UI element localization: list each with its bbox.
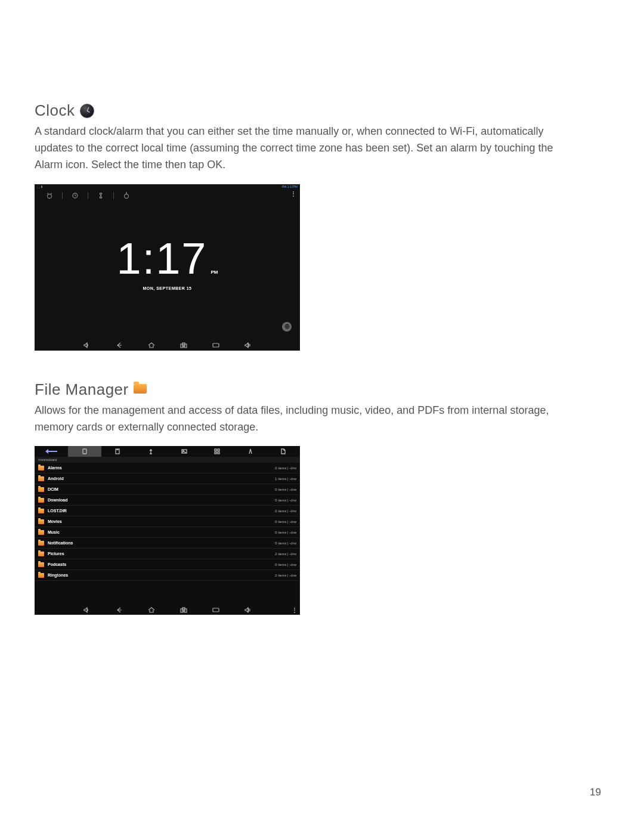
- fm-folder-row[interactable]: Movies0 items | -drw: [35, 516, 300, 527]
- clock-tab-icon[interactable]: [71, 191, 79, 200]
- fm-folder-meta: 0 items | -drw: [275, 498, 296, 502]
- fm-folder-meta: 0 items | -drw: [275, 563, 296, 566]
- fm-folder-name: Android: [48, 476, 64, 481]
- fm-folder-meta: 0 items | -drw: [275, 520, 296, 524]
- fm-tab-sdcard-icon[interactable]: [68, 446, 101, 457]
- fm-tab-internal-icon[interactable]: [101, 446, 135, 457]
- fm-tab-usb-icon[interactable]: [134, 446, 168, 457]
- svg-rect-7: [213, 343, 219, 347]
- svg-rect-19: [213, 608, 219, 612]
- fm-folder-meta: 0 items | -drw: [275, 466, 296, 470]
- clock-description: A standard clock/alarm that you can eith…: [35, 123, 571, 174]
- screenshot-icon[interactable]: [212, 342, 220, 349]
- folder-icon: [38, 519, 44, 524]
- clock-heading: Clock: [35, 101, 75, 120]
- page-number: 19: [590, 786, 601, 798]
- svg-rect-8: [83, 449, 86, 454]
- folder-icon: [38, 530, 44, 535]
- fm-folder-row[interactable]: Music0 items | -drw: [35, 527, 300, 538]
- volume-down-icon[interactable]: [83, 606, 91, 614]
- folder-icon: [38, 541, 44, 546]
- folder-icon: [38, 573, 44, 578]
- fm-folder-row[interactable]: Pictures2 items | -drw: [35, 549, 300, 559]
- android-navbar: [35, 605, 300, 615]
- fm-folder-name: Pictures: [48, 552, 64, 556]
- svg-rect-12: [215, 449, 216, 451]
- volume-up-icon[interactable]: [244, 342, 252, 349]
- folder-icon: [38, 552, 44, 556]
- fm-folder-row[interactable]: DCIM0 items | -drw: [35, 484, 300, 495]
- clock-time-display: 1:17 PM: [116, 233, 218, 284]
- fm-folder-name: Music: [48, 530, 60, 534]
- fm-folder-meta: 2 items | -drw: [275, 574, 296, 577]
- clock-heading-row: Clock: [35, 101, 609, 120]
- ampm-label: PM: [211, 270, 218, 275]
- filemanager-description: Allows for the management and access of …: [35, 402, 571, 436]
- alarm-tab-icon[interactable]: [45, 191, 54, 200]
- home-icon[interactable]: [147, 342, 156, 349]
- fm-path-bar: /mnt/sdcard: [35, 457, 300, 463]
- fm-tab-new-icon[interactable]: [267, 446, 300, 457]
- fm-folder-name: LOST.DIR: [48, 509, 67, 513]
- stopwatch-tab-icon[interactable]: [122, 191, 131, 200]
- filemanager-heading-row: File Manager: [35, 380, 609, 399]
- fm-folder-name: DCIM: [48, 487, 58, 491]
- fm-tab-apps-icon[interactable]: [200, 446, 234, 457]
- fm-folder-row[interactable]: Download0 items | -drw: [35, 495, 300, 506]
- clock-date-display: MON, SEPTEMBER 15: [35, 286, 300, 290]
- fm-folder-meta: 1 items | -drw: [275, 477, 296, 481]
- recents-icon[interactable]: [179, 606, 188, 614]
- folder-icon: [38, 487, 44, 492]
- overflow-menu-icon[interactable]: [294, 608, 295, 613]
- fm-folder-row[interactable]: LOST.DIR0 items | -drw: [35, 506, 300, 516]
- volume-up-icon[interactable]: [244, 606, 252, 614]
- folder-icon: [134, 384, 147, 394]
- svg-rect-13: [218, 449, 219, 451]
- clock-screenshot: ⬚ ⬇ PM 1:17PM 1:17 PM MON, SEPTEMBER 15: [35, 184, 300, 351]
- back-icon[interactable]: [115, 606, 123, 614]
- fm-back-arrow-icon[interactable]: [35, 446, 68, 457]
- world-clock-button[interactable]: [282, 322, 292, 332]
- folder-icon: [38, 466, 44, 470]
- fm-folder-row[interactable]: Android1 items | -drw: [35, 473, 300, 484]
- fm-folder-meta: 0 items | -drw: [275, 488, 296, 491]
- fm-folder-row[interactable]: Notifications0 items | -drw: [35, 538, 300, 549]
- fm-folder-meta: 0 items | -drw: [275, 541, 296, 545]
- fm-folder-name: Alarms: [48, 466, 62, 470]
- clock-tabs: [35, 189, 300, 202]
- android-navbar: [35, 340, 300, 351]
- filemanager-screenshot: /mnt/sdcard Alarms0 items | -drwAndroid1…: [35, 446, 300, 615]
- svg-point-0: [48, 194, 52, 198]
- fm-folder-row[interactable]: Alarms0 items | -drw: [35, 463, 300, 473]
- filemanager-heading: File Manager: [35, 380, 129, 399]
- overflow-menu-icon[interactable]: [293, 191, 294, 197]
- fm-folder-row[interactable]: Ringtones2 items | -drw: [35, 570, 300, 581]
- fm-folder-meta: 0 items | -drw: [275, 509, 296, 513]
- timer-tab-icon[interactable]: [97, 191, 105, 200]
- home-icon[interactable]: [147, 606, 156, 614]
- fm-tab-images-icon[interactable]: [168, 446, 201, 457]
- fm-folder-name: Download: [48, 498, 67, 502]
- status-right: PM 1:17PM: [282, 185, 298, 188]
- folder-icon: [38, 498, 44, 503]
- fm-tab-process-icon[interactable]: [234, 446, 267, 457]
- fm-folder-name: Ringtones: [48, 573, 68, 577]
- fm-folder-name: Movies: [48, 519, 62, 524]
- svg-point-2: [125, 194, 129, 198]
- volume-down-icon[interactable]: [83, 342, 91, 349]
- fm-folder-meta: 2 items | -drw: [275, 552, 296, 556]
- recents-icon[interactable]: [179, 342, 188, 349]
- folder-icon: [38, 562, 44, 567]
- status-bar: ⬚ ⬇ PM 1:17PM: [35, 184, 300, 189]
- status-left: ⬚ ⬇: [37, 185, 43, 188]
- back-icon[interactable]: [115, 342, 123, 349]
- fm-folder-meta: 0 items | -drw: [275, 531, 296, 534]
- fm-folder-row[interactable]: Podcasts0 items | -drw: [35, 559, 300, 570]
- clock-icon: [80, 104, 94, 118]
- screenshot-icon[interactable]: [212, 606, 220, 614]
- fm-folder-name: Notifications: [48, 541, 73, 545]
- fm-folder-list: Alarms0 items | -drwAndroid1 items | -dr…: [35, 463, 300, 581]
- fm-folder-name: Podcasts: [48, 562, 66, 566]
- svg-rect-14: [215, 452, 216, 454]
- folder-icon: [38, 509, 44, 513]
